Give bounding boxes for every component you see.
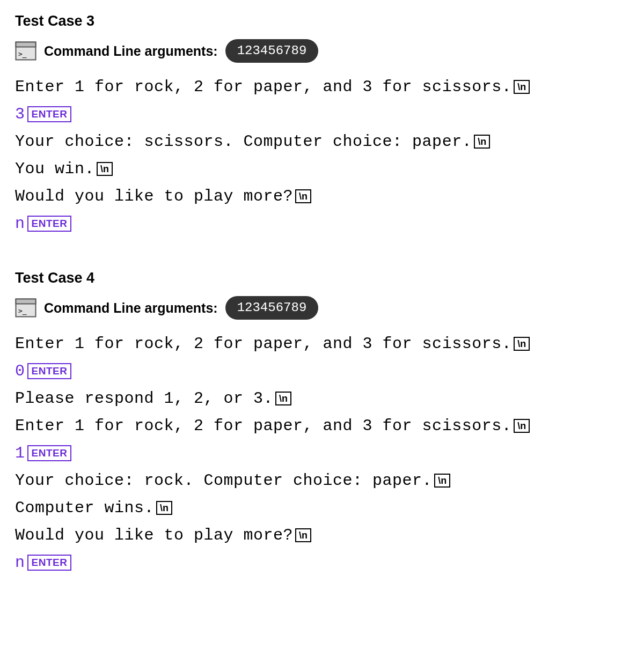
newline-badge: \n <box>156 501 172 515</box>
program-output-text: Enter 1 for rock, 2 for paper, and 3 for… <box>15 78 511 96</box>
enter-badge: ENTER <box>27 555 72 571</box>
test-case: Test Case 3 >_ Command Line arguments:12… <box>15 13 629 238</box>
program-output-text: Would you like to play more? <box>15 187 293 205</box>
user-input-text: 1 <box>15 444 25 462</box>
newline-badge: \n <box>295 528 311 542</box>
console-output-line: Would you like to play more?\n <box>15 522 629 549</box>
program-output-text: Your choice: rock. Computer choice: pape… <box>15 471 432 490</box>
newline-badge: \n <box>295 189 311 203</box>
newline-badge: \n <box>97 162 113 176</box>
console-input-line: nENTER <box>15 210 629 238</box>
user-input-text: 3 <box>15 105 25 123</box>
console-output: Enter 1 for rock, 2 for paper, and 3 for… <box>15 330 629 577</box>
enter-badge: ENTER <box>27 106 72 122</box>
console-output-line: Enter 1 for rock, 2 for paper, and 3 for… <box>15 73 629 101</box>
newline-badge: \n <box>514 80 530 94</box>
svg-rect-4 <box>16 299 36 304</box>
command-line-label: Command Line arguments: <box>44 300 218 316</box>
newline-badge: \n <box>474 135 490 149</box>
svg-text:>_: >_ <box>18 50 27 58</box>
test-case-title: Test Case 4 <box>15 270 629 286</box>
console-input-line: 3ENTER <box>15 101 629 128</box>
console-input-line: 0ENTER <box>15 358 629 385</box>
test-case: Test Case 4 >_ Command Line arguments:12… <box>15 270 629 577</box>
newline-badge: \n <box>275 392 291 405</box>
enter-badge: ENTER <box>27 363 72 379</box>
console-output-line: You win.\n <box>15 156 629 183</box>
test-case-title: Test Case 3 <box>15 13 629 29</box>
program-output-text: Would you like to play more? <box>15 526 293 544</box>
enter-badge: ENTER <box>27 216 72 232</box>
user-input-text: n <box>15 554 25 572</box>
console-output: Enter 1 for rock, 2 for paper, and 3 for… <box>15 73 629 238</box>
console-output-line: Enter 1 for rock, 2 for paper, and 3 for… <box>15 330 629 358</box>
program-output-text: Enter 1 for rock, 2 for paper, and 3 for… <box>15 417 511 435</box>
console-output-line: Your choice: rock. Computer choice: pape… <box>15 467 629 495</box>
terminal-icon: >_ <box>15 41 36 61</box>
svg-rect-1 <box>16 42 36 47</box>
console-output-line: Would you like to play more?\n <box>15 183 629 210</box>
program-output-text: Enter 1 for rock, 2 for paper, and 3 for… <box>15 335 511 353</box>
program-output-text: Computer wins. <box>15 499 154 517</box>
user-input-text: n <box>15 215 25 233</box>
console-input-line: nENTER <box>15 549 629 577</box>
program-output-text: Your choice: scissors. Computer choice: … <box>15 132 472 151</box>
newline-badge: \n <box>514 419 530 433</box>
program-output-text: Please respond 1, 2, or 3. <box>15 389 273 408</box>
program-output-text: You win. <box>15 160 94 178</box>
user-input-text: 0 <box>15 362 25 380</box>
terminal-icon: >_ <box>15 298 36 318</box>
command-line-label: Command Line arguments: <box>44 43 218 59</box>
enter-badge: ENTER <box>27 445 72 461</box>
console-output-line: Enter 1 for rock, 2 for paper, and 3 for… <box>15 412 629 440</box>
console-output-line: Your choice: scissors. Computer choice: … <box>15 128 629 156</box>
command-line-argument-pill: 123456789 <box>225 39 319 63</box>
newline-badge: \n <box>514 337 530 351</box>
svg-text:>_: >_ <box>18 307 27 315</box>
command-line-row: >_ Command Line arguments:123456789 <box>15 39 629 63</box>
command-line-row: >_ Command Line arguments:123456789 <box>15 296 629 320</box>
console-output-line: Computer wins.\n <box>15 495 629 522</box>
console-output-line: Please respond 1, 2, or 3.\n <box>15 385 629 412</box>
newline-badge: \n <box>434 474 450 488</box>
command-line-argument-pill: 123456789 <box>225 296 319 320</box>
console-input-line: 1ENTER <box>15 440 629 467</box>
